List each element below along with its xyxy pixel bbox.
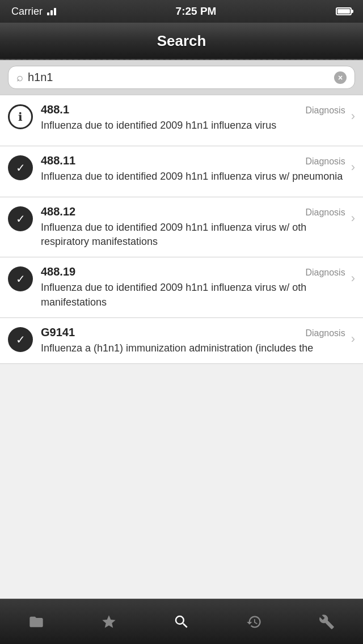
result-type: Diagnosis [305, 156, 345, 167]
chevron-right-icon: › [351, 332, 355, 346]
search-icon: ⌕ [16, 71, 23, 84]
status-bar-left: Carrier [11, 6, 56, 18]
chevron-right-icon: › [351, 160, 355, 175]
result-icon-check: ✓ [8, 206, 33, 231]
result-type: Diagnosis [305, 105, 345, 116]
result-type: Diagnosis [305, 268, 345, 278]
result-code: 488.19 [41, 265, 75, 278]
result-content: 488.12 Diagnosis Influenza due to identi… [41, 205, 345, 249]
chevron-right-icon: › [351, 211, 355, 226]
chevron-right-icon: › [351, 271, 355, 286]
result-item-48812[interactable]: ✓ 488.12 Diagnosis Influenza due to iden… [0, 197, 363, 257]
results-list: ℹ 488.1 Diagnosis Influenza due to ident… [0, 95, 363, 364]
tab-history[interactable] [218, 599, 290, 644]
battery-icon [336, 7, 352, 15]
nav-bar: Search [0, 23, 363, 60]
result-icon-check: ✓ [8, 327, 33, 352]
carrier-label: Carrier [11, 6, 43, 18]
tab-bar [0, 599, 363, 644]
result-description: Influenza a (h1n1) immunization administ… [41, 341, 345, 355]
status-bar-time: 7:25 PM [176, 5, 217, 18]
tab-favorites[interactable] [73, 599, 145, 644]
result-icon-check: ✓ [8, 155, 33, 180]
result-code: G9141 [41, 326, 75, 339]
result-type: Diagnosis [305, 207, 345, 218]
search-bar[interactable]: ⌕ h1n1 × [8, 66, 355, 89]
result-item-G9141[interactable]: ✓ G9141 Diagnosis Influenza a (h1n1) imm… [0, 318, 363, 364]
result-content: 488.1 Diagnosis Influenza due to identif… [41, 103, 345, 133]
search-input[interactable]: h1n1 [28, 71, 330, 84]
result-content: 488.19 Diagnosis Influenza due to identi… [41, 265, 345, 309]
result-code: 488.1 [41, 103, 69, 116]
result-item-48819[interactable]: ✓ 488.19 Diagnosis Influenza due to iden… [0, 257, 363, 317]
page-title: Search [157, 32, 206, 50]
result-icon-info: ℹ [8, 104, 33, 129]
wifi-icon [47, 7, 56, 15]
result-item-48811[interactable]: ✓ 488.11 Diagnosis Influenza due to iden… [0, 146, 363, 197]
result-description: Influenza due to identified 2009 h1n1 in… [41, 118, 345, 133]
tab-folder[interactable] [0, 599, 73, 644]
status-bar-right [336, 7, 352, 15]
result-header: G9141 Diagnosis [41, 326, 345, 339]
tab-search[interactable] [145, 599, 218, 644]
result-content: G9141 Diagnosis Influenza a (h1n1) immun… [41, 326, 345, 355]
search-clear-button[interactable]: × [334, 71, 347, 84]
tab-tools[interactable] [290, 599, 363, 644]
result-description: Influenza due to identified 2009 h1n1 in… [41, 170, 345, 184]
result-content: 488.11 Diagnosis Influenza due to identi… [41, 154, 345, 184]
status-bar: Carrier 7:25 PM [0, 0, 363, 23]
result-icon-check: ✓ [8, 266, 33, 291]
result-type: Diagnosis [305, 328, 345, 338]
result-header: 488.11 Diagnosis [41, 154, 345, 167]
result-header: 488.12 Diagnosis [41, 205, 345, 218]
result-description: Influenza due to identified 2009 h1n1 in… [41, 221, 345, 249]
result-code: 488.12 [41, 205, 75, 218]
result-item-4881[interactable]: ℹ 488.1 Diagnosis Influenza due to ident… [0, 95, 363, 146]
battery-fill [337, 9, 350, 14]
result-code: 488.11 [41, 154, 75, 167]
search-container: ⌕ h1n1 × [0, 60, 363, 95]
result-header: 488.19 Diagnosis [41, 265, 345, 278]
result-header: 488.1 Diagnosis [41, 103, 345, 116]
result-description: Influenza due to identified 2009 h1n1 in… [41, 281, 345, 309]
chevron-right-icon: › [351, 109, 355, 124]
